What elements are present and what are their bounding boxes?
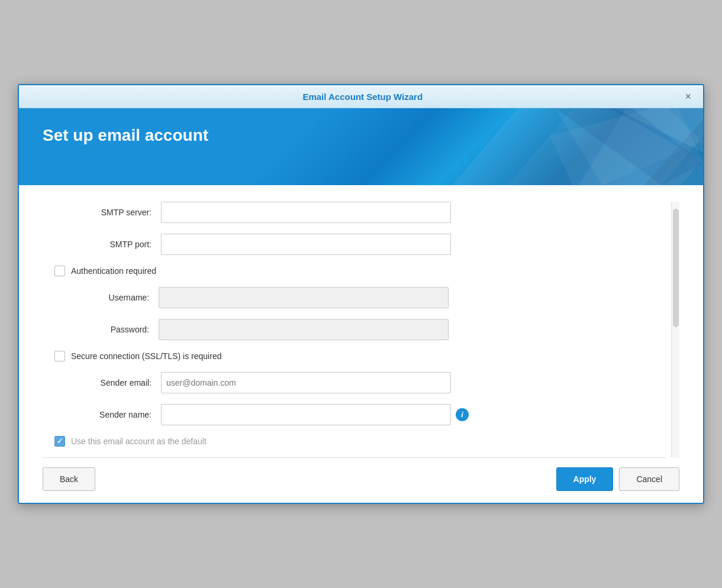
banner-decoration [437,108,703,185]
form-content: SMTP server: SMTP port: Authentication r… [19,185,703,458]
smtp-port-label: SMTP port: [43,240,161,249]
scrollbar[interactable] [671,202,679,458]
sender-email-label: Sender email: [43,378,161,387]
username-input[interactable] [159,287,449,308]
password-input[interactable] [159,319,449,340]
default-account-row: Use this email account as the default [43,436,666,447]
sender-name-input[interactable] [161,404,451,425]
form-area: SMTP server: SMTP port: Authentication r… [43,202,671,458]
footer-divider [43,457,666,458]
ssl-required-row: Secure connection (SSL/TLS) is required [43,351,666,361]
sender-name-row: Sender name: i [43,404,666,425]
sender-name-label: Sender name: [43,410,161,419]
dialog-title: Email Account Setup Wizard [43,92,682,102]
ssl-required-label: Secure connection (SSL/TLS) is required [71,351,221,361]
apply-button[interactable]: Apply [556,467,614,491]
smtp-server-input[interactable] [161,202,451,223]
ssl-required-checkbox[interactable] [54,351,65,361]
scrollbar-thumb[interactable] [673,209,679,327]
header-banner: Set up email account [19,108,703,185]
smtp-port-row: SMTP port: [43,234,666,255]
sender-email-row: Sender email: [43,372,666,393]
auth-required-checkbox[interactable] [54,266,65,276]
password-row: Password: [43,319,666,340]
default-account-checkbox[interactable] [54,436,65,447]
back-button[interactable]: Back [43,467,95,491]
footer: Back Apply Cancel [19,458,703,503]
smtp-port-input[interactable] [161,234,451,255]
sender-name-info-icon[interactable]: i [456,408,469,421]
close-button[interactable]: × [682,91,694,102]
title-bar: Email Account Setup Wizard × [19,85,703,108]
password-label: Password: [64,325,159,334]
default-account-label: Use this email account as the default [71,437,207,446]
username-label: Username: [64,293,159,302]
smtp-server-label: SMTP server: [43,208,161,217]
smtp-server-row: SMTP server: [43,202,666,223]
footer-right-buttons: Apply Cancel [556,467,679,491]
auth-required-label: Authentication required [71,266,156,276]
banner-title: Set up email account [43,126,208,144]
cancel-button[interactable]: Cancel [619,467,679,491]
username-row: Username: [43,287,666,308]
sender-email-input[interactable] [161,372,451,393]
email-setup-dialog: Email Account Setup Wizard × Set up emai… [18,84,704,504]
auth-required-row: Authentication required [43,266,666,276]
